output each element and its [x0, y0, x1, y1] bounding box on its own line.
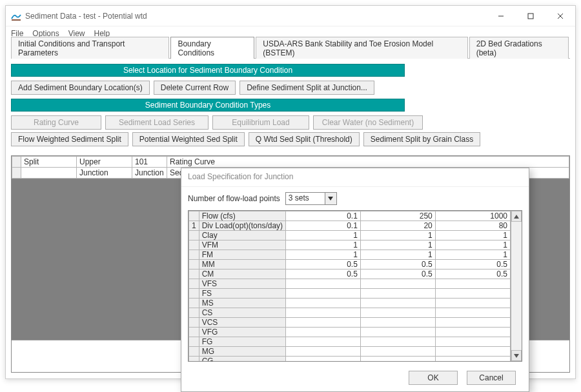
q-wtd-threshold-button[interactable]: Q Wtd Sed Split (Threshold) [249, 132, 360, 146]
clear-water-button[interactable]: Clear Water (no Sediment) [313, 115, 423, 130]
cell[interactable]: 0.5 [435, 260, 510, 270]
scroll-down-icon[interactable] [511, 350, 522, 361]
chevron-down-icon[interactable] [325, 193, 336, 204]
tab-2d-gradations[interactable]: 2D Bed Gradations (beta) [469, 37, 569, 59]
cell[interactable] [360, 299, 435, 308]
tab-initial-conditions[interactable]: Initial Conditions and Transport Paramet… [11, 37, 169, 59]
cell[interactable] [435, 347, 510, 357]
cell[interactable]: 20 [360, 221, 435, 231]
grid-row[interactable]: CS [189, 308, 511, 318]
grid-row[interactable]: FM111 [189, 250, 511, 260]
cell[interactable]: 0.5 [360, 260, 435, 270]
cell[interactable]: 0.1 [286, 221, 361, 231]
grid-row[interactable]: VCS [189, 318, 511, 328]
cell[interactable]: 0.5 [435, 270, 510, 279]
cell[interactable] [360, 279, 435, 289]
cell[interactable]: 0.5 [360, 270, 435, 279]
grid-row[interactable]: VFS [189, 279, 511, 289]
rating-curve-button[interactable]: Rating Curve [11, 115, 101, 130]
cell[interactable] [286, 357, 361, 362]
grid-row[interactable]: FS [189, 289, 511, 299]
grid-row[interactable]: 1Div Load(opt)(tons/day)0.12080 [189, 221, 511, 231]
cell[interactable]: 1 [360, 231, 435, 240]
cell[interactable] [360, 318, 435, 328]
row-selector[interactable] [12, 168, 21, 179]
cell[interactable] [435, 357, 510, 362]
cell[interactable]: 250 [360, 211, 435, 221]
cell[interactable] [360, 328, 435, 337]
scroll-up-icon[interactable] [511, 211, 522, 222]
grid-row[interactable]: Clay111 [189, 231, 511, 240]
cell[interactable] [286, 279, 361, 289]
cell[interactable] [286, 299, 361, 308]
cell[interactable] [286, 289, 361, 299]
grid-row[interactable]: VFM111 [189, 240, 511, 250]
potential-weighted-split-button[interactable]: Potential Weighted Sed Split [132, 132, 245, 146]
grid-row[interactable]: VFG [189, 328, 511, 337]
cell[interactable]: Junction [77, 168, 132, 179]
grid-row[interactable]: MM0.50.50.5 [189, 260, 511, 270]
vertical-scrollbar[interactable] [511, 211, 522, 361]
cell[interactable] [360, 308, 435, 318]
tab-boundary-conditions[interactable]: Boundary Conditions [170, 37, 254, 59]
flow-weighted-split-button[interactable]: Flow Weighted Sediment Split [11, 132, 128, 146]
cell[interactable]: Upper [77, 157, 132, 168]
cell[interactable] [360, 357, 435, 362]
cell[interactable]: 1 [435, 250, 510, 260]
cell[interactable] [21, 168, 77, 179]
add-location-button[interactable]: Add Sediment Boundary Location(s) [11, 81, 150, 95]
cell[interactable] [435, 308, 510, 318]
maximize-button[interactable] [516, 6, 545, 26]
grid-row[interactable]: CM0.50.50.5 [189, 270, 511, 279]
num-points-combo[interactable]: 3 sets [285, 192, 337, 205]
cell[interactable]: 1 [435, 240, 510, 250]
grain-class-split-button[interactable]: Sediment Split by Grain Class [363, 132, 480, 146]
grid-row[interactable]: CG [189, 357, 511, 362]
cell[interactable]: 1 [360, 250, 435, 260]
cell[interactable]: 1 [286, 231, 361, 240]
delete-row-button[interactable]: Delete Current Row [154, 81, 236, 95]
grid-row[interactable]: MS [189, 299, 511, 308]
tab-bstem[interactable]: USDA-ARS Bank Stability and Toe Erosion … [256, 37, 467, 59]
cell[interactable] [286, 318, 361, 328]
row-selector[interactable] [12, 157, 21, 168]
cell[interactable] [360, 337, 435, 347]
cell[interactable]: 80 [435, 221, 510, 231]
cell[interactable]: Rating Curve [167, 157, 569, 168]
cell[interactable]: 1 [360, 240, 435, 250]
cell[interactable]: 1 [286, 240, 361, 250]
cell[interactable] [286, 328, 361, 337]
cell[interactable]: 0.5 [286, 260, 361, 270]
cell[interactable] [286, 337, 361, 347]
grid-row[interactable]: FG [189, 337, 511, 347]
define-split-button[interactable]: Define Sediment Split at Junction... [240, 81, 374, 95]
cell[interactable] [435, 328, 510, 337]
cell[interactable]: 1 [435, 231, 510, 240]
cell[interactable]: Split [21, 157, 77, 168]
cell[interactable]: Junction [132, 168, 167, 179]
ok-button[interactable]: OK [409, 371, 458, 385]
cancel-button[interactable]: Cancel [467, 371, 516, 385]
close-button[interactable] [545, 6, 575, 26]
minimize-button[interactable] [486, 6, 516, 26]
cell[interactable] [360, 347, 435, 357]
cell[interactable] [286, 347, 361, 357]
cell[interactable] [286, 308, 361, 318]
equilibrium-button[interactable]: Equilibrium Load [212, 115, 309, 130]
grid-row[interactable]: Flow (cfs)0.12501000 [189, 211, 511, 221]
cell[interactable] [435, 279, 510, 289]
cell[interactable] [435, 289, 510, 299]
cell[interactable]: 0.1 [286, 211, 361, 221]
cell[interactable] [435, 337, 510, 347]
cell[interactable] [360, 289, 435, 299]
cell[interactable] [435, 299, 510, 308]
cell[interactable]: 1 [286, 250, 361, 260]
cell[interactable]: 101 [132, 157, 167, 168]
cell[interactable] [435, 318, 510, 328]
load-grid[interactable]: Flow (cfs)0.125010001Div Load(opt)(tons/… [188, 210, 522, 362]
cell[interactable]: 0.5 [286, 270, 361, 279]
cell[interactable]: 1000 [435, 211, 510, 221]
grid-row[interactable]: MG [189, 347, 511, 357]
table-row[interactable]: SplitUpper101Rating Curve [12, 157, 569, 168]
load-series-button[interactable]: Sediment Load Series [105, 115, 209, 130]
